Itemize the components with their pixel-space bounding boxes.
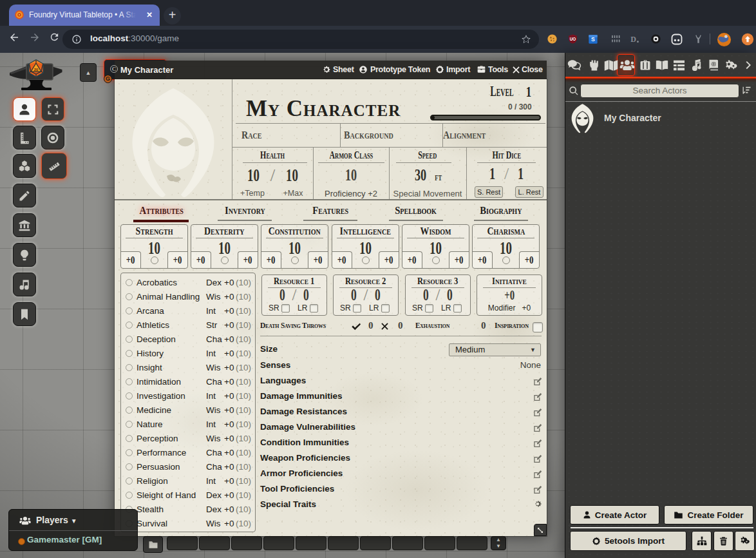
svg-text:D: D bbox=[630, 35, 636, 44]
svg-text:20: 20 bbox=[34, 68, 39, 72]
svg-text:S: S bbox=[591, 36, 595, 43]
svg-text:UO: UO bbox=[570, 37, 576, 41]
